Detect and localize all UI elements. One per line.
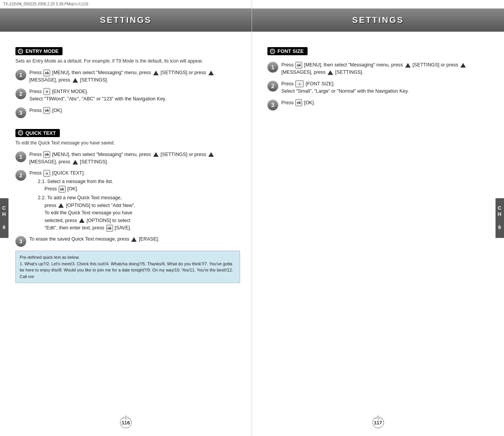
font-size-step-num-3: 3 [267, 100, 278, 110]
tri-icon-erase [131, 237, 137, 242]
entry-mode-step-2: 2 Press 9 [ENTRY MODE]. Select "T9Word",… [15, 88, 240, 103]
font-size-step-text-3: Press ok [OK]. [281, 99, 492, 107]
right-page-content: FONT SIZE 1 Press ok [MENU], then select… [252, 32, 504, 122]
right-header-title: SETTINGS [352, 15, 404, 25]
entry-mode-step-text-1: Press ok [MENU], then select "Messaging"… [29, 69, 240, 84]
tri-icon-qt3 [73, 160, 78, 165]
tri-icon-qt1 [153, 152, 159, 157]
font-size-step-1: 1 Press ok [MENU], then select "Messagin… [267, 61, 492, 76]
ok-icon-3: ok [43, 107, 50, 114]
quick-text-step-2: 2 Press 0 [QUICK TEXT]. 2.1. Select a me… [15, 170, 240, 232]
quick-text-section: QUICK TEXT To edit the Quick Text messag… [15, 125, 240, 283]
entry-mode-step-num-1: 1 [15, 70, 26, 80]
qt-icon: 0 [43, 170, 50, 177]
font-size-step-text-1: Press ok [MENU], then select "Messaging"… [281, 61, 492, 76]
entry-mode-step-text-2: Press 9 [ENTRY MODE]. Select "T9Word", "… [29, 88, 240, 103]
quick-text-step-text-2: Press 0 [QUICK TEXT]. 2.1. Select a mess… [29, 170, 240, 232]
entry-mode-desc: Sets an Entry Mode as a default. For exa… [15, 58, 240, 64]
doc-header: TX-215VM_050225 2005.2.25 5:38 PM페이지116 [0, 0, 252, 8]
right-page-num: 117 [372, 417, 384, 428]
entry-mode-heading: ENTRY MODE [15, 47, 63, 55]
entry-mode-step-3: 3 Press ok [OK]. [15, 107, 240, 118]
left-page: TX-215VM_050225 2005.2.25 5:38 PM페이지116 … [0, 0, 252, 436]
font-size-heading: FONT SIZE [267, 47, 308, 55]
entry-mode-step-1: 1 Press ok [MENU], then select "Messagin… [15, 69, 240, 84]
font-size-step-2: 2 Press ⌕ [FONT SIZE]. Select "Small", "… [267, 80, 492, 95]
tri-icon-fs1 [405, 63, 411, 68]
ok-icon-fs1: ok [295, 62, 302, 69]
left-header-bar: SETTINGS [0, 8, 252, 32]
ch-tab-right: CH6 [496, 198, 504, 238]
font-size-bullet [270, 49, 275, 54]
entry-mode-bullet [18, 49, 23, 54]
quick-text-bullet [18, 130, 23, 136]
tri-icon-qt-opt2 [79, 218, 85, 223]
font-size-step-text-2: Press ⌕ [FONT SIZE]. Select "Small", "La… [281, 80, 492, 95]
quick-text-steps: 1 Press ok [MENU], then select "Messagin… [15, 151, 240, 247]
left-page-content: ENTRY MODE Sets an Entry Mode as a defau… [0, 32, 252, 291]
quick-text-step-3: 3 To erase the saved Quick Text message,… [15, 236, 240, 247]
quick-text-step-text-1: Press ok [MENU], then select "Messaging"… [29, 151, 240, 166]
quick-text-step-num-1: 1 [15, 151, 26, 162]
ok-icon-qt22: ok [106, 225, 113, 232]
font-size-steps: 1 Press ok [MENU], then select "Messagin… [267, 61, 492, 110]
ok-icon-fs3: ok [295, 99, 302, 106]
ok-icon-qt21: ok [59, 186, 66, 193]
tri-icon-qt2 [208, 152, 214, 157]
font-size-section: FONT SIZE 1 Press ok [MENU], then select… [267, 43, 492, 110]
font-size-step-num-1: 1 [267, 62, 278, 73]
tri-icon-3 [73, 78, 78, 83]
font-size-step-num-2: 2 [267, 81, 278, 92]
tri-icon-fs2 [460, 63, 466, 68]
tri-icon-fs3 [328, 70, 333, 75]
ok-icon-1: ok [43, 70, 50, 76]
ch-tab-left: CH6 [0, 198, 8, 238]
quick-text-heading: QUICK TEXT [15, 129, 60, 137]
quick-text-note: Pre-defined quick text as below. 1. What… [15, 251, 240, 283]
entry-mode-step-num-2: 2 [15, 88, 26, 99]
entry-mode-section: ENTRY MODE Sets an Entry Mode as a defau… [15, 43, 240, 118]
tri-icon-1 [153, 71, 159, 75]
quick-text-desc: To edit the Quick Text message you have … [15, 139, 240, 146]
left-header-title: SETTINGS [100, 15, 152, 25]
quick-text-step-1: 1 Press ok [MENU], then select "Messagin… [15, 151, 240, 166]
quick-text-step-num-2: 2 [15, 170, 26, 181]
right-header-bar: SETTINGS [252, 8, 504, 32]
entry-mode-icon: 9 [43, 88, 50, 95]
ok-icon-qt1: ok [43, 151, 50, 158]
fs-icon: ⌕ [295, 80, 304, 87]
font-size-step-3: 3 Press ok [OK]. [267, 99, 492, 110]
quick-text-substep-22: 2.2. To add a new Quick Text message, pr… [38, 194, 240, 232]
tri-icon-2 [208, 71, 214, 75]
entry-mode-step-num-3: 3 [15, 107, 26, 118]
left-page-num: 116 [120, 417, 132, 428]
quick-text-step-text-3: To erase the saved Quick Text message, p… [29, 236, 240, 243]
tri-icon-qt-opt [58, 203, 64, 208]
right-page: SETTINGS FONT SIZE 1 Press ok [MENU], th… [252, 0, 504, 436]
entry-mode-step-text-3: Press ok [OK]. [29, 107, 240, 114]
quick-text-substep-21: 2.1. Select a message from the list. Pre… [38, 178, 240, 193]
quick-text-step-num-3: 3 [15, 236, 26, 247]
entry-mode-steps: 1 Press ok [MENU], then select "Messagin… [15, 69, 240, 118]
